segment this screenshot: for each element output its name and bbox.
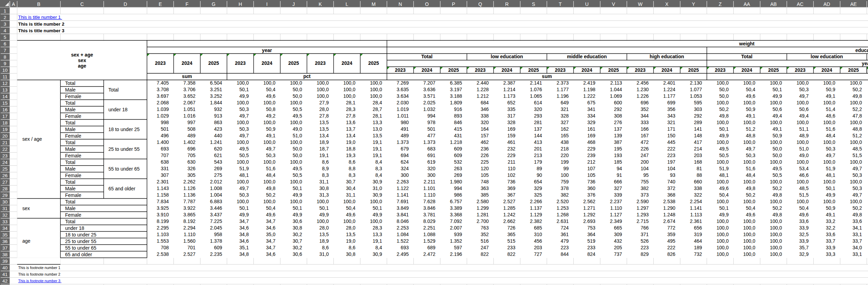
svg-text:B: B: [37, 1, 40, 7]
svg-text:31,0: 31,0: [373, 185, 382, 191]
svg-text:2.130: 2.130: [690, 80, 702, 86]
svg-text:49,5: 49,5: [772, 166, 782, 171]
svg-text:50,4: 50,4: [719, 192, 728, 198]
svg-text:2024: 2024: [341, 60, 352, 66]
svg-text:609: 609: [454, 146, 462, 152]
svg-text:456: 456: [534, 238, 542, 244]
svg-text:693: 693: [401, 245, 409, 250]
svg-text:Male: Male: [65, 206, 76, 211]
svg-text:144: 144: [534, 133, 542, 138]
svg-text:N: N: [399, 1, 402, 7]
svg-text:30,9: 30,9: [373, 192, 382, 198]
svg-text:50,3: 50,3: [266, 153, 275, 158]
svg-text:2025: 2025: [768, 67, 779, 73]
svg-text:3.922: 3.922: [183, 205, 195, 211]
svg-text:7: 7: [3, 48, 6, 53]
svg-text:372: 372: [667, 185, 675, 191]
svg-text:50,9: 50,9: [772, 133, 782, 138]
svg-text:30: 30: [2, 199, 8, 205]
svg-text:2.030: 2.030: [396, 100, 409, 105]
svg-text:1.127: 1.127: [610, 212, 622, 217]
svg-text:AB: AB: [770, 1, 777, 7]
svg-text:49,7: 49,7: [239, 113, 249, 119]
svg-text:100: 100: [561, 172, 569, 178]
svg-text:2.419: 2.419: [583, 80, 595, 86]
svg-text:13,3: 13,3: [373, 120, 382, 125]
svg-text:3.652: 3.652: [183, 93, 195, 99]
svg-text:1.077: 1.077: [690, 87, 702, 92]
svg-text:100,0: 100,0: [370, 218, 382, 224]
svg-text:90: 90: [537, 172, 542, 178]
svg-text:6.757: 6.757: [450, 199, 462, 204]
svg-text:7.225: 7.225: [210, 218, 222, 224]
svg-text:2.235: 2.235: [210, 251, 222, 257]
svg-text:326: 326: [187, 166, 196, 171]
svg-text:100,0: 100,0: [263, 139, 275, 145]
svg-text:49,8: 49,8: [852, 212, 862, 217]
svg-text:195: 195: [614, 146, 622, 152]
svg-text:49,9: 49,9: [293, 212, 302, 217]
svg-text:2025: 2025: [368, 60, 379, 66]
svg-text:Total: Total: [108, 87, 119, 93]
svg-text:736: 736: [587, 179, 596, 184]
svg-text:164: 164: [481, 126, 489, 132]
svg-text:8: 8: [3, 54, 6, 60]
svg-text:3: 3: [3, 21, 6, 27]
svg-text:9: 9: [3, 61, 6, 66]
svg-text:1.126: 1.126: [183, 185, 195, 191]
svg-text:49,0: 49,0: [799, 153, 808, 158]
svg-text:100,0: 100,0: [370, 87, 382, 92]
svg-text:50,3: 50,3: [852, 185, 862, 191]
svg-text:303: 303: [694, 106, 702, 112]
svg-text:49,7: 49,7: [826, 153, 835, 158]
svg-text:1.110: 1.110: [424, 192, 436, 198]
svg-text:sex: sex: [23, 206, 30, 211]
svg-text:980: 980: [401, 120, 409, 125]
svg-text:100,0: 100,0: [770, 120, 782, 125]
svg-text:sex: sex: [78, 58, 86, 63]
svg-text:6.883: 6.883: [210, 199, 222, 204]
svg-text:33,7: 33,7: [826, 238, 835, 244]
svg-text:300: 300: [427, 172, 436, 178]
svg-text:19,0: 19,0: [346, 238, 355, 244]
svg-text:1.553: 1.553: [156, 238, 169, 244]
svg-text:727: 727: [534, 251, 542, 257]
svg-text:100,0: 100,0: [263, 100, 275, 105]
svg-text:49,9: 49,9: [772, 93, 782, 99]
svg-text:50,8: 50,8: [266, 106, 275, 112]
svg-text:329: 329: [587, 120, 596, 125]
svg-text:104: 104: [641, 166, 649, 171]
svg-text:48,1: 48,1: [239, 172, 249, 178]
svg-text:2024: 2024: [421, 67, 432, 73]
svg-text:50,5: 50,5: [719, 153, 728, 158]
svg-text:Total: Total: [421, 54, 432, 59]
svg-text:822: 822: [507, 251, 516, 257]
svg-text:26: 26: [2, 173, 8, 178]
svg-text:65 and older: 65 and older: [108, 186, 135, 191]
svg-text:49,1: 49,1: [826, 93, 835, 99]
svg-text:100,0: 100,0: [716, 120, 728, 125]
svg-text:100,0: 100,0: [716, 179, 728, 184]
svg-text:693: 693: [161, 146, 169, 152]
svg-text:168: 168: [694, 159, 702, 165]
svg-text:8,6: 8,6: [322, 245, 329, 250]
svg-text:51,5: 51,5: [799, 192, 808, 198]
svg-text:34,6: 34,6: [266, 251, 275, 257]
svg-text:515: 515: [507, 238, 516, 244]
svg-text:292: 292: [694, 113, 702, 119]
svg-text:364: 364: [587, 232, 596, 237]
svg-text:333: 333: [641, 120, 649, 125]
svg-text:508: 508: [187, 126, 196, 132]
svg-text:218: 218: [561, 146, 569, 152]
svg-text:766: 766: [641, 225, 649, 231]
svg-text:education: education: [855, 48, 868, 53]
svg-text:269: 269: [454, 172, 462, 178]
svg-text:707: 707: [161, 153, 169, 158]
svg-text:100,0: 100,0: [316, 80, 329, 86]
svg-text:2025: 2025: [448, 67, 459, 73]
svg-text:27: 27: [2, 180, 8, 185]
svg-text:33,7: 33,7: [852, 238, 862, 244]
svg-text:32,2: 32,2: [826, 225, 835, 231]
svg-text:222: 222: [667, 146, 675, 152]
svg-text:179: 179: [534, 159, 542, 165]
